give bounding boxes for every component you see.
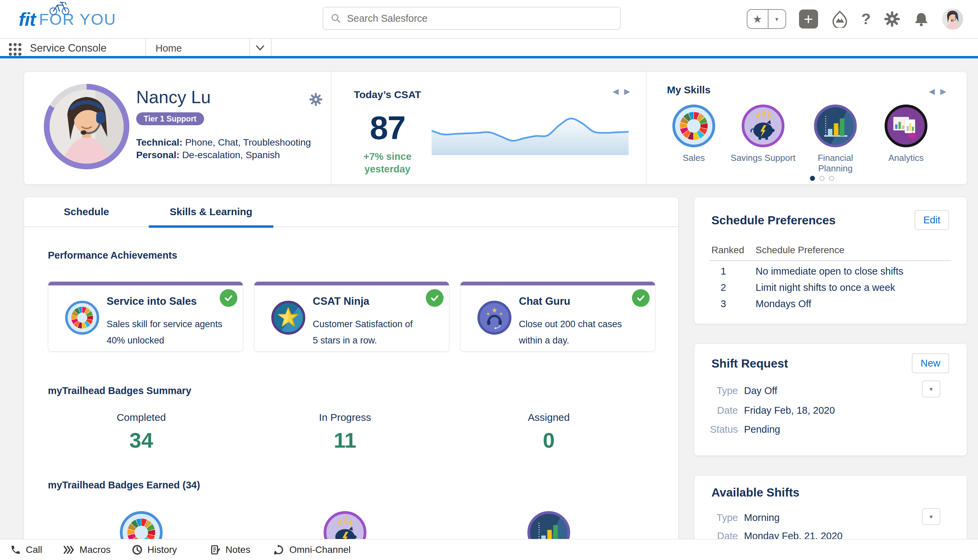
shift-request-title: Shift Request	[711, 357, 788, 370]
achievement-cards: Service into Sales Sales skill for servi…	[48, 282, 655, 352]
badges-summary-heading: myTrailhead Badges Summary	[48, 385, 191, 397]
utility-bar: Call Macros History	[0, 539, 978, 560]
column-ranked: Ranked	[711, 245, 744, 255]
tier-badge: Tier 1 Support	[136, 112, 204, 125]
headset-badge-icon: ★ ★ ★	[477, 301, 511, 335]
favorites-control[interactable]: ★ ▼	[747, 9, 786, 29]
skill-item-analytics[interactable]: Analytics	[871, 105, 941, 163]
avatar-image	[50, 90, 124, 163]
carousel-left-icon[interactable]: ◀	[613, 87, 619, 96]
skill-item-sales[interactable]: Sales	[659, 105, 729, 163]
analytics-badge-icon	[885, 105, 927, 147]
console-nav: Service Console Home	[0, 38, 978, 58]
pagination-dot-active[interactable]	[810, 176, 815, 181]
csat-title: Today’s CSAT	[337, 89, 438, 100]
phone-icon	[10, 544, 21, 555]
performance-achievements-heading: Performance Achievements	[48, 250, 177, 261]
shift-request-card: Shift Request New Type Day Off ▼ Date Fr…	[694, 343, 967, 456]
schedule-preferences-title: Schedule Preferences	[711, 213, 836, 227]
savings-piggy-badge-icon	[742, 105, 784, 147]
star-badge-icon	[271, 301, 305, 335]
utility-history[interactable]: History	[132, 539, 177, 560]
bicycle-icon	[48, 0, 74, 15]
sales-wheel-badge-icon	[673, 105, 715, 147]
notifications-bell-icon[interactable]	[913, 11, 929, 27]
tab-schedule[interactable]: Schedule	[24, 197, 149, 227]
global-header: fit FOR YOU ★ ▼ +	[0, 0, 978, 38]
available-shifts-title: Available Shifts	[711, 486, 799, 499]
utility-macros[interactable]: Macros	[63, 539, 111, 560]
technical-skills-line: Technical: Phone, Chat, Troubleshooting	[136, 137, 311, 148]
utility-call[interactable]: Call	[10, 539, 42, 560]
type-dropdown-button[interactable]: ▼	[922, 508, 940, 525]
badges-earned-heading: myTrailhead Badges Earned (34)	[48, 480, 200, 491]
notes-icon	[210, 544, 221, 555]
carousel-right-icon[interactable]: ▶	[624, 87, 630, 96]
tab-dropdown-caret[interactable]	[249, 39, 271, 57]
complete-check-icon	[426, 289, 444, 307]
trailhead-icon[interactable]	[831, 10, 849, 28]
csat-summary: Today’s CSAT 87 +7% since yesterday	[337, 89, 438, 175]
service-console-screen: fit FOR YOU ★ ▼ +	[0, 0, 978, 560]
nav-tab-home[interactable]: Home	[145, 39, 249, 58]
badges-summary-stats: Completed 34 In Progress 11 Assigned 0	[39, 412, 651, 452]
search-input[interactable]	[347, 13, 613, 24]
skills-carousel-arrows: ◀ ▶	[929, 87, 946, 96]
history-icon	[132, 544, 143, 555]
carousel-left-icon[interactable]: ◀	[929, 87, 935, 96]
sales-wheel-badge-icon	[65, 301, 99, 335]
add-icon[interactable]: +	[799, 10, 818, 28]
pagination-dot[interactable]	[829, 176, 834, 181]
global-search[interactable]	[323, 7, 621, 30]
utility-omni-channel[interactable]: Omni-Channel	[274, 539, 351, 560]
agent-name: Nancy Lu	[136, 87, 211, 107]
svg-text:★: ★	[499, 311, 503, 316]
personal-skills-line: Personal: De-escalation, Spanish	[136, 150, 280, 160]
search-icon	[331, 13, 341, 23]
fit-for-you-logo[interactable]: fit FOR YOU	[19, 8, 116, 30]
skills-pagination-dots	[810, 176, 834, 181]
csat-carousel-arrows: ◀ ▶	[613, 87, 630, 96]
achievement-card-csat-ninja[interactable]: CSAT Ninja Customer Satisfaction of 5 st…	[254, 282, 449, 352]
setup-gear-icon[interactable]	[884, 10, 901, 27]
achievement-card-service-into-sales[interactable]: Service into Sales Sales skill for servi…	[48, 282, 243, 352]
favorites-caret-icon[interactable]: ▼	[768, 10, 786, 28]
carousel-right-icon[interactable]: ▶	[940, 87, 946, 96]
schedule-skills-card: Schedule Skills & Learning Performance A…	[24, 197, 679, 557]
achievement-card-chat-guru[interactable]: ★ ★ ★ Chat Guru Close out 200 chat cases	[460, 282, 655, 352]
stat-assigned: Assigned 0	[447, 412, 651, 452]
omni-channel-icon	[274, 544, 285, 555]
avatar-image	[942, 8, 963, 30]
complete-check-icon	[220, 289, 237, 307]
svg-text:★: ★	[491, 306, 498, 314]
pagination-dot[interactable]	[819, 176, 824, 181]
skill-item-financial-planning[interactable]: Financial Planning	[800, 105, 870, 174]
new-button[interactable]: New	[912, 353, 949, 373]
logo-fit-text: fit	[19, 8, 36, 30]
utility-notes[interactable]: Notes	[210, 539, 250, 560]
tab-skills-learning[interactable]: Skills & Learning	[149, 197, 274, 227]
financial-chart-badge-icon	[814, 105, 857, 147]
csat-delta: +7% since yesterday	[345, 150, 430, 175]
help-icon[interactable]: ?	[861, 10, 871, 28]
logo-rest-text: FOR YOU	[39, 10, 116, 28]
macros-icon	[63, 545, 75, 555]
user-avatar[interactable]	[942, 8, 963, 30]
profile-avatar[interactable]	[50, 90, 124, 163]
edit-button[interactable]: Edit	[915, 210, 949, 230]
stat-completed: Completed 34	[39, 412, 243, 452]
my-skills-title: My Skills	[667, 84, 710, 96]
app-launcher-icon[interactable]	[9, 43, 22, 56]
app-name: Service Console	[30, 39, 107, 58]
profile-settings-gear-icon[interactable]	[309, 92, 323, 107]
chevron-down-icon	[256, 45, 265, 51]
favorites-star-icon[interactable]: ★	[748, 10, 768, 28]
profile-progress-ring	[44, 84, 129, 169]
stat-in-progress: In Progress 11	[243, 412, 447, 452]
tab-bar: Schedule Skills & Learning	[24, 197, 678, 227]
type-dropdown-button[interactable]: ▼	[922, 380, 940, 397]
svg-text:★: ★	[486, 311, 490, 316]
agent-profile-card: Nancy Lu Tier 1 Support Technical: Phone…	[24, 72, 967, 185]
skill-item-savings-support[interactable]: Savings Support	[728, 105, 798, 163]
csat-score: 87	[337, 111, 438, 144]
